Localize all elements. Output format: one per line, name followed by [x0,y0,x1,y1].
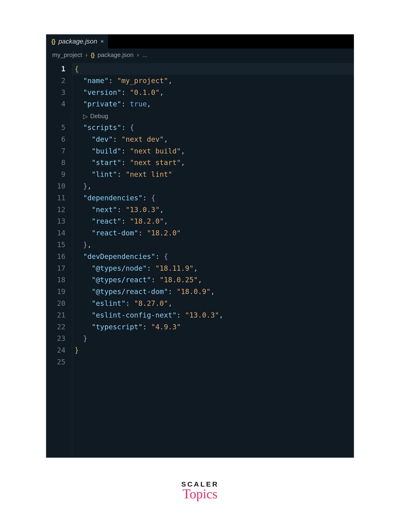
code-line[interactable]: "next": "13.0.3", [72,204,354,216]
code-line[interactable]: "private": true, [72,98,354,110]
code-line[interactable]: "react": "18.2.0", [72,215,354,227]
tab-bar: {} package.json × [46,34,354,49]
code-line[interactable]: }, [72,180,354,192]
play-outline-icon: ▷ [83,111,88,121]
line-number: 25 [46,356,65,368]
code-content[interactable]: { "name": "my_project", "version": "0.1.… [72,62,354,458]
line-number: 21 [46,309,65,321]
line-number: 20 [46,298,65,309]
code-line[interactable]: ▷Debug [72,110,354,122]
code-line[interactable]: "lint": "next lint" [72,169,354,180]
editor-window: {} package.json × my_project › {} packag… [46,34,354,458]
line-number: 12 [46,204,65,216]
code-line[interactable]: } [72,333,354,344]
chevron-right-icon: › [137,51,139,59]
line-number: 8 [46,157,65,169]
line-number: 24 [46,344,65,356]
code-area[interactable]: 1234.56789101112131415161718192021222324… [46,62,354,458]
json-file-icon: {} [51,38,55,45]
code-line[interactable]: "eslint": "8.27.0", [72,298,354,309]
code-line[interactable]: "@types/react": "18.0.25", [72,274,354,286]
line-number: 15 [46,239,65,251]
json-file-icon: {} [91,52,94,58]
scaler-topics-logo: SCALER Topics [0,480,400,501]
code-line[interactable] [72,356,354,368]
breadcrumb[interactable]: my_project › {} package.json › ... [46,49,354,62]
code-line[interactable]: "eslint-config-next": "13.0.3", [72,309,354,321]
line-number: 6 [46,133,65,145]
line-number: 19 [46,286,65,298]
code-line[interactable]: "devDependencies": { [72,251,354,262]
close-icon[interactable]: × [100,38,104,45]
code-line[interactable]: "dependencies": { [72,192,354,204]
line-number: 14 [46,227,65,239]
code-line[interactable]: "version": "0.1.0", [72,87,354,98]
line-number: 7 [46,145,65,157]
code-line[interactable]: }, [72,239,354,251]
breadcrumb-ellipsis[interactable]: ... [142,51,147,59]
line-number: 23 [46,333,65,344]
chevron-right-icon: › [85,51,88,59]
code-line[interactable]: "scripts": { [72,122,354,133]
line-number: 11 [46,192,65,204]
code-line[interactable]: { [72,63,354,75]
line-number: 16 [46,251,65,262]
line-number: 10 [46,180,65,192]
line-number: 2 [46,75,65,87]
code-line[interactable]: "@types/node": "18.11.9", [72,262,354,274]
logo-line2: Topics [0,486,400,501]
code-line[interactable]: "build": "next build", [72,145,354,157]
code-line[interactable]: "dev": "next dev", [72,133,354,145]
line-number: 18 [46,274,65,286]
code-line[interactable]: } [72,344,354,356]
line-number: 17 [46,262,65,274]
line-number: 1 [46,63,65,75]
debug-label: Debug [90,111,108,121]
line-number: 13 [46,215,65,227]
line-number: 9 [46,169,65,180]
line-number: 5 [46,122,65,133]
tab-package-json[interactable]: {} package.json × [46,34,108,49]
code-line[interactable]: "start": "next start", [72,157,354,169]
line-number: 22 [46,321,65,333]
code-line[interactable]: "react-dom": "18.2.0" [72,227,354,239]
breadcrumb-segment-project[interactable]: my_project [52,51,82,59]
code-line[interactable]: "@types/react-dom": "18.0.9", [72,286,354,298]
line-number-gutter: 1234.56789101112131415161718192021222324… [46,62,72,458]
tab-label: package.json [58,38,97,45]
code-line[interactable]: "name": "my_project", [72,75,354,87]
line-number: 4 [46,98,65,110]
debug-codelens[interactable]: ▷Debug [83,111,108,121]
code-line[interactable]: "typescript": "4.9.3" [72,321,354,333]
breadcrumb-segment-file[interactable]: package.json [98,51,134,59]
line-number: 3 [46,87,65,98]
